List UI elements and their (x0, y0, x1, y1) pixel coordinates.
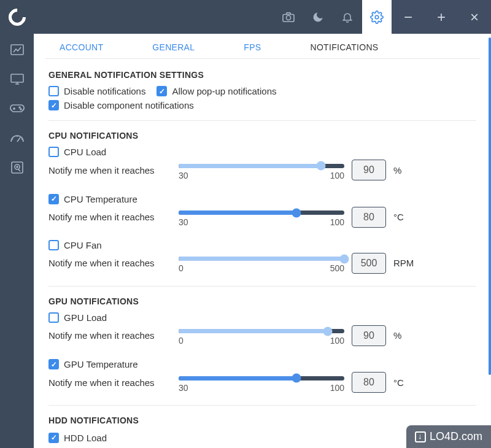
checkbox-icon (48, 359, 59, 369)
download-icon (415, 431, 426, 442)
slider-min: 30 (179, 171, 188, 180)
svg-rect-4 (11, 74, 23, 82)
titlebar: − + × (0, 0, 491, 34)
camera-icon[interactable] (274, 0, 303, 34)
bell-icon[interactable] (333, 0, 362, 34)
tab-account[interactable]: ACCOUNT (60, 42, 103, 52)
notify-label: Notify me when it reaches (48, 330, 171, 341)
checkbox-icon (157, 86, 167, 96)
slider-max: 100 (330, 217, 344, 227)
threshold-value-input[interactable]: 90 (352, 160, 386, 180)
unit-label: °C (393, 377, 404, 388)
disk-icon[interactable] (8, 160, 26, 175)
setting-row: Notify me when it reaches 30 100 80 °C (48, 372, 476, 393)
section-heading-hdd: HDD NOTIFICATIONS (48, 415, 476, 425)
check-allow-popup[interactable]: Allow pop-up notifications (157, 86, 276, 96)
threshold-value-input[interactable]: 80 (352, 372, 386, 393)
tab-general[interactable]: GENERAL (152, 42, 195, 52)
threshold-slider[interactable]: 30 100 (179, 160, 344, 180)
tab-notifications[interactable]: NOTIFICATIONS (310, 42, 378, 52)
settings-tabs: ACCOUNT GENERAL FPS NOTIFICATIONS (45, 34, 480, 59)
checkbox-icon (48, 240, 59, 250)
threshold-value-input[interactable]: 80 (352, 207, 386, 228)
maximize-button[interactable]: + (425, 0, 458, 34)
notify-label: Notify me when it reaches (48, 212, 171, 222)
check-disable-notifications[interactable]: Disable notifications (48, 86, 145, 96)
section-heading-cpu: CPU NOTIFICATIONS (48, 131, 476, 141)
monitor-icon[interactable] (8, 72, 26, 87)
setting-row: Notify me when it reaches 30 100 80 °C (48, 207, 476, 228)
gamepad-icon[interactable] (8, 101, 26, 116)
app-logo (0, 0, 34, 34)
svg-point-9 (17, 166, 18, 168)
slider-min: 0 (179, 336, 184, 346)
settings-icon[interactable] (362, 0, 392, 34)
setting-row: Notify me when it reaches 30 100 90 % (48, 160, 476, 180)
check-hdd-load[interactable]: HDD Load (48, 433, 107, 443)
moon-icon[interactable] (303, 0, 333, 34)
unit-label: % (393, 165, 401, 176)
setting-row: Notify me when it reaches 0 100 90 % (48, 325, 476, 346)
notify-label: Notify me when it reaches (48, 377, 171, 388)
svg-point-1 (286, 15, 290, 20)
dashboard-icon[interactable] (8, 42, 26, 57)
section-heading-general: GENERAL NOTIFICATION SETTINGS (48, 70, 476, 80)
check-gpu temperature[interactable]: GPU Temperature (48, 359, 138, 369)
sidebar (0, 34, 34, 448)
checkbox-icon (48, 194, 59, 204)
threshold-slider[interactable]: 0 500 (179, 253, 344, 273)
tab-fps[interactable]: FPS (244, 42, 261, 52)
svg-point-2 (375, 15, 379, 19)
threshold-slider[interactable]: 30 100 (179, 373, 344, 393)
checkbox-icon (48, 147, 59, 157)
check-cpu load[interactable]: CPU Load (48, 147, 106, 157)
check-cpu temperature[interactable]: CPU Temperature (48, 194, 137, 204)
check-gpu load[interactable]: GPU Load (48, 312, 107, 323)
section-heading-gpu: GPU NOTIFICATIONS (48, 296, 476, 306)
divider (48, 120, 476, 121)
slider-max: 100 (330, 336, 344, 346)
threshold-slider[interactable]: 0 100 (179, 325, 344, 346)
divider (48, 405, 476, 406)
checkbox-icon (48, 86, 59, 96)
watermark: LO4D.com (406, 425, 491, 448)
gauge-icon[interactable] (8, 131, 26, 145)
threshold-slider[interactable]: 30 100 (179, 207, 344, 227)
checkbox-icon (48, 312, 59, 323)
slider-max: 500 (330, 263, 344, 273)
svg-point-5 (19, 107, 20, 108)
divider (48, 286, 476, 287)
unit-label: % (393, 330, 401, 341)
notify-label: Notify me when it reaches (48, 165, 171, 176)
unit-label: RPM (393, 258, 414, 268)
slider-max: 100 (330, 171, 344, 180)
slider-min: 30 (179, 217, 188, 227)
slider-min: 30 (179, 383, 188, 393)
svg-point-6 (20, 109, 21, 110)
notify-label: Notify me when it reaches (48, 258, 171, 268)
slider-max: 100 (330, 383, 344, 393)
main-content: ACCOUNT GENERAL FPS NOTIFICATIONS GENERA… (34, 34, 491, 448)
slider-min: 0 (179, 263, 184, 273)
check-disable-component[interactable]: Disable component notifications (48, 100, 476, 110)
scrollbar[interactable] (489, 37, 491, 375)
checkbox-icon (48, 433, 59, 443)
close-button[interactable]: × (458, 0, 491, 34)
setting-row: Notify me when it reaches 0 500 500 RPM (48, 253, 476, 274)
threshold-value-input[interactable]: 90 (352, 325, 386, 346)
checkbox-icon (48, 100, 59, 110)
check-cpu fan[interactable]: CPU Fan (48, 240, 102, 250)
minimize-button[interactable]: − (392, 0, 425, 34)
unit-label: °C (393, 212, 404, 222)
threshold-value-input[interactable]: 500 (352, 253, 386, 274)
